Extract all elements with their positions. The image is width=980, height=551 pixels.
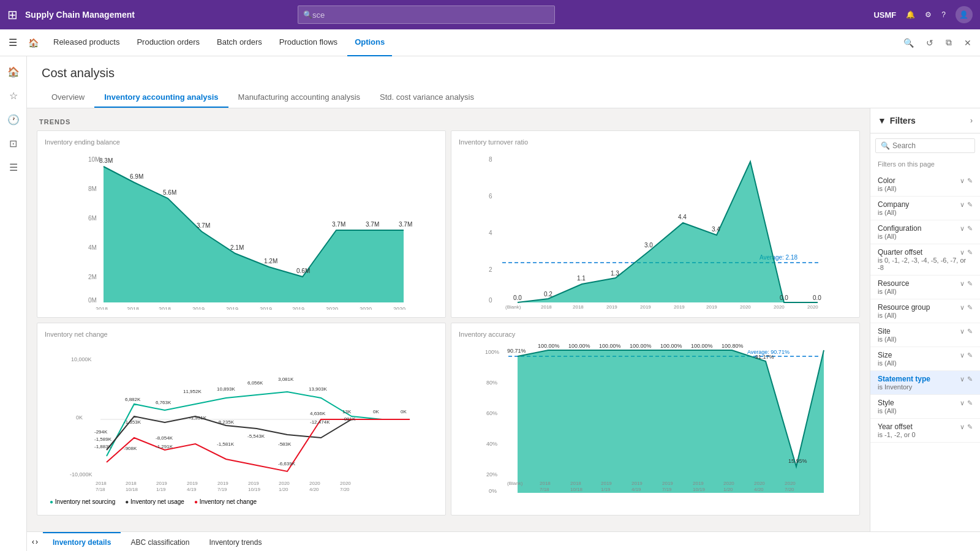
filter-edit-icon[interactable]: ✎ (967, 304, 973, 312)
filter-edit-icon[interactable]: ✎ (967, 280, 973, 288)
charts-bottom-row: Inventory net change 10,000K 0K -10,000K (37, 323, 860, 515)
tab-overview[interactable]: Overview (42, 88, 94, 108)
sidebar-star-icon[interactable]: ☆ (4, 85, 23, 107)
scroll-left-icon[interactable]: ‹ (32, 538, 34, 546)
svg-text:15.95%: 15.95% (788, 458, 807, 464)
filter-site[interactable]: Site ∨ ✎ is (All) (870, 323, 980, 347)
nav-batch-orders[interactable]: Batch orders (209, 29, 270, 56)
nav-production-orders[interactable]: Production orders (129, 29, 207, 56)
sidebar-recent-icon[interactable]: 🕐 (2, 109, 24, 130)
filter-expand-icon[interactable]: ∨ (960, 328, 965, 335)
filter-style[interactable]: Style ∨ ✎ is (All) (870, 395, 980, 419)
nav-detach-icon[interactable]: ⧉ (942, 35, 956, 50)
company-selector[interactable]: USMF (873, 10, 896, 20)
svg-text:2.1M: 2.1M (230, 244, 244, 251)
nav-refresh-icon[interactable]: ↺ (922, 35, 937, 50)
filter-edit-icon[interactable]: ✎ (967, 375, 973, 383)
accuracy-card: Inventory accuracy 100% 80% 60% 40% 20% … (451, 323, 860, 515)
filter-size[interactable]: Size ∨ ✎ is (All) (870, 347, 980, 371)
app-grid-icon[interactable]: ⊞ (7, 7, 18, 22)
svg-text:-10,000K: -10,000K (70, 471, 92, 478)
filter-search-input[interactable] (892, 141, 970, 150)
user-avatar[interactable]: 👤 (956, 6, 973, 23)
tab-std-cost-variance[interactable]: Std. cost variance analysis (370, 88, 484, 108)
sidebar-toggle-icon[interactable]: ☰ (5, 33, 21, 52)
filters-collapse-icon[interactable]: › (970, 116, 973, 125)
filter-edit-icon[interactable]: ✎ (967, 423, 973, 431)
legend-change: ● Inventory net change (194, 498, 257, 505)
filter-statement-type[interactable]: Statement type ∨ ✎ is Inventory (870, 371, 980, 395)
filter-expand-icon[interactable]: ∨ (960, 177, 965, 185)
filter-quarter-offset[interactable]: Quarter offset ∨ ✎ is 0, -1, -2, -3, -4,… (870, 244, 980, 276)
help-icon[interactable]: ? (941, 10, 946, 19)
svg-text:2019: 2019 (187, 481, 198, 486)
top-bar-right: USMF 🔔 ⚙ ? 👤 (873, 6, 973, 23)
svg-text:80%: 80% (486, 380, 497, 386)
page-title: Cost analysis (42, 66, 965, 80)
svg-text:-1,883K: -1,883K (94, 444, 112, 449)
svg-text:8: 8 (489, 156, 492, 163)
svg-text:8.3M: 8.3M (99, 157, 113, 164)
filter-expand-icon[interactable]: ∨ (960, 225, 965, 233)
svg-text:6,056K: 6,056K (247, 380, 263, 386)
bottom-tab-inventory-details[interactable]: Inventory details (43, 532, 121, 552)
sidebar-list-icon[interactable]: ☰ (4, 157, 23, 178)
filter-expand-icon[interactable]: ∨ (960, 304, 965, 312)
svg-text:2018: 2018 (570, 481, 581, 486)
filter-edit-icon[interactable]: ✎ (967, 201, 973, 209)
nav-bar-actions: 🔍 ↺ ⧉ ✕ (900, 35, 975, 50)
notification-icon[interactable]: 🔔 (906, 10, 915, 19)
filter-edit-icon[interactable]: ✎ (967, 399, 973, 407)
filter-expand-icon[interactable]: ∨ (960, 201, 965, 209)
filter-edit-icon[interactable]: ✎ (967, 225, 973, 233)
svg-text:4/20: 4/20 (754, 487, 764, 492)
svg-marker-6 (104, 167, 404, 302)
bottom-tab-abc-classification[interactable]: ABC classification (121, 532, 199, 552)
filter-year-offset[interactable]: Year offset ∨ ✎ is -1, -2, or 0 (870, 419, 980, 443)
svg-text:2019: 2019 (248, 481, 259, 486)
sidebar-home-icon[interactable]: 🏠 (2, 61, 24, 83)
tab-inventory-accounting[interactable]: Inventory accounting analysis (94, 88, 228, 108)
turnover-ratio-title: Inventory turnover ratio (459, 138, 852, 146)
svg-text:7/18: 7/18 (540, 487, 549, 492)
filter-expand-icon[interactable]: ∨ (960, 280, 965, 288)
filter-company[interactable]: Company ∨ ✎ is (All) (870, 197, 980, 220)
filters-search[interactable]: 🔍 (875, 138, 975, 153)
tab-manufacturing-accounting[interactable]: Manufacturing accounting analysis (228, 88, 370, 108)
nav-close-icon[interactable]: ✕ (960, 35, 975, 50)
settings-icon[interactable]: ⚙ (925, 10, 932, 19)
filter-resource-group[interactable]: Resource group ∨ ✎ is (All) (870, 299, 980, 323)
filter-search-icon: 🔍 (881, 141, 890, 150)
filter-expand-icon[interactable]: ∨ (960, 375, 965, 383)
filter-edit-icon[interactable]: ✎ (967, 249, 973, 257)
filter-resource[interactable]: Resource ∨ ✎ is (All) (870, 276, 980, 299)
svg-text:1.2M: 1.2M (264, 258, 277, 264)
home-nav-icon[interactable]: 🏠 (23, 33, 43, 53)
filter-expand-icon[interactable]: ∨ (960, 399, 965, 407)
nav-production-flows[interactable]: Production flows (272, 29, 345, 56)
svg-text:10M: 10M (88, 156, 100, 163)
global-search[interactable]: 🔍 (298, 6, 555, 24)
filter-edit-icon[interactable]: ✎ (967, 177, 973, 185)
nav-search-icon[interactable]: 🔍 (900, 35, 918, 50)
filter-configuration[interactable]: Configuration ∨ ✎ is (All) (870, 220, 980, 244)
filter-edit-icon[interactable]: ✎ (967, 351, 973, 359)
net-change-chart: 10,000K 0K -10,000K -294K -1,589K (45, 343, 438, 496)
filter-color[interactable]: Color ∨ ✎ is (All) (870, 173, 980, 197)
sidebar-workspaces-icon[interactable]: ⊡ (4, 133, 22, 154)
scroll-right-icon[interactable]: › (36, 538, 38, 546)
svg-text:(Blank): (Blank) (505, 304, 521, 310)
filter-expand-icon[interactable]: ∨ (960, 249, 965, 257)
nav-options[interactable]: Options (347, 29, 392, 56)
filter-expand-icon[interactable]: ∨ (960, 423, 965, 431)
nav-released-products[interactable]: Released products (46, 29, 127, 56)
global-search-input[interactable] (312, 10, 549, 20)
turnover-ratio-card: Inventory turnover ratio 8 6 4 2 0 Avera… (451, 130, 860, 318)
filter-expand-icon[interactable]: ∨ (960, 351, 965, 359)
filters-title: ▼ Filters (878, 116, 916, 126)
app-title: Supply Chain Management (25, 10, 135, 20)
bottom-tab-inventory-trends[interactable]: Inventory trends (199, 532, 271, 552)
svg-text:2020: 2020 (785, 481, 796, 486)
filter-edit-icon[interactable]: ✎ (967, 328, 973, 335)
svg-text:-12,474K: -12,474K (310, 419, 330, 425)
